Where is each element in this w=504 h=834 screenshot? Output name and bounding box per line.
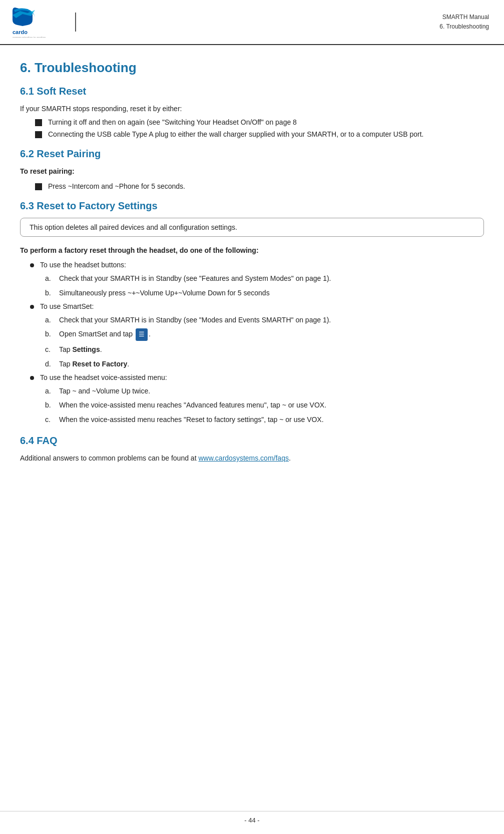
svg-text:cardo: cardo <box>13 29 28 35</box>
section63-title: 6.3 Reset to Factory Settings <box>20 200 484 212</box>
section61-bullet1-text: Turning it off and then on again (see "S… <box>48 118 297 126</box>
section63-notice-box: This option deletes all paired devices a… <box>20 218 484 237</box>
section63-bullet3-sublist: a. Tap ~ and ~Volume Up twice. b. When t… <box>45 385 484 425</box>
section62-bullet1: Press ~Intercom and ~Phone for 5 seconds… <box>35 182 484 190</box>
sub-item-2a-key: a. <box>45 314 59 325</box>
sub-item-2c-key: c. <box>45 344 59 355</box>
sub-item-2b-key: b. <box>45 328 59 341</box>
page-header: cardo communication in motion SMARTH Man… <box>0 0 504 45</box>
bullet-square-icon <box>35 183 42 190</box>
sub-item-1b-key: b. <box>45 287 59 298</box>
section62-title: 6.2 Reset Pairing <box>20 148 484 160</box>
sub-item-2a: a. Check that your SMARTH is in Standby … <box>45 314 484 325</box>
sub-item-3a: a. Tap ~ and ~Volume Up twice. <box>45 385 484 396</box>
page-number: - 44 - <box>244 816 259 824</box>
sub-item-1a-text: Check that your SMARTH is in Standby (se… <box>59 273 331 284</box>
sub-item-3a-text: Tap ~ and ~Volume Up twice. <box>59 385 150 396</box>
section64-faq-link[interactable]: www.cardosystems.com/faqs <box>198 454 289 462</box>
page-content: 6. Troubleshooting 6.1 Soft Reset If you… <box>0 55 504 498</box>
section63-bullet1-sublist: a. Check that your SMARTH is in Standby … <box>45 273 484 298</box>
section63-bullet1: To use the headset buttons: <box>30 261 484 269</box>
section62-instruction-label: To reset pairing: <box>20 166 484 177</box>
sub-item-2a-text: Check that your SMARTH is in Standby (se… <box>59 314 331 325</box>
header-manual-title: SMARTH Manual <box>84 13 489 22</box>
header-chapter-ref: 6. Troubleshooting <box>84 22 489 32</box>
section61-bullet1: Turning it off and then on again (see "S… <box>35 118 484 126</box>
bullet-dot-icon <box>30 263 34 267</box>
sub-item-2b: b. Open SmartSet and tap ☰. <box>45 328 484 341</box>
sub-item-3b-key: b. <box>45 399 59 410</box>
sub-item-2d: d. Tap Reset to Factory. <box>45 358 484 369</box>
bullet-dot-icon <box>30 376 34 380</box>
page-footer: - 44 - <box>0 811 504 824</box>
bullet-square-icon <box>35 131 42 138</box>
section63-instruction-label: To perform a factory reset through the h… <box>20 245 484 256</box>
section64-intro-before: Additional answers to common problems ca… <box>20 454 198 462</box>
chapter6-title: 6. Troubleshooting <box>20 60 484 76</box>
logo: cardo communication in motion <box>10 5 70 39</box>
smartset-menu-icon: ☰ <box>136 328 148 341</box>
section64-intro-after: . <box>289 454 291 462</box>
bullet-square-icon <box>35 119 42 126</box>
sub-item-3c-key: c. <box>45 414 59 425</box>
section63-bullet1-label: To use the headset buttons: <box>40 261 126 269</box>
sub-item-1a-key: a. <box>45 273 59 284</box>
section61-intro: If your SMARTH stops responding, reset i… <box>20 103 484 114</box>
sub-item-3a-key: a. <box>45 385 59 396</box>
sub-item-3c-text: When the voice-assisted menu reaches "Re… <box>59 414 324 425</box>
section63-bullet3-label: To use the headset voice-assisted menu: <box>40 373 167 381</box>
header-title-area: SMARTH Manual 6. Troubleshooting <box>84 13 489 32</box>
sub-item-2d-key: d. <box>45 358 59 369</box>
section63-bullet3: To use the headset voice-assisted menu: <box>30 373 484 381</box>
sub-item-2c: c. Tap Settings. <box>45 344 484 355</box>
section62-bullet1-text: Press ~Intercom and ~Phone for 5 seconds… <box>48 182 185 190</box>
sub-item-1b-text: Simultaneously press ~+~Volume Up+~Volum… <box>59 287 270 298</box>
sub-item-2c-text: Tap Settings. <box>59 344 102 355</box>
sub-item-3c: c. When the voice-assisted menu reaches … <box>45 414 484 425</box>
sub-item-1a: a. Check that your SMARTH is in Standby … <box>45 273 484 284</box>
svg-text:communication in motion: communication in motion <box>13 36 46 38</box>
sub-item-3b: b. When the voice-assisted menu reaches … <box>45 399 484 410</box>
sub-item-1b: b. Simultaneously press ~+~Volume Up+~Vo… <box>45 287 484 298</box>
section63-notice-text: This option deletes all paired devices a… <box>30 223 237 231</box>
section61-bullet2-text: Connecting the USB cable Type A plug to … <box>48 130 423 138</box>
section61-title: 6.1 Soft Reset <box>20 86 484 97</box>
sub-item-2b-text: Open SmartSet and tap ☰. <box>59 328 151 341</box>
section63-bullet2-sublist: a. Check that your SMARTH is in Standby … <box>45 314 484 369</box>
section64-intro: Additional answers to common problems ca… <box>20 453 484 464</box>
sub-item-2d-text: Tap Reset to Factory. <box>59 358 129 369</box>
section63-bullet2-label: To use SmartSet: <box>40 302 94 310</box>
section63-bullet2: To use SmartSet: <box>30 302 484 310</box>
section61-bullet2: Connecting the USB cable Type A plug to … <box>35 130 484 138</box>
section64-title: 6.4 FAQ <box>20 435 484 447</box>
sub-item-3b-text: When the voice-assisted menu reaches "Ad… <box>59 399 326 410</box>
cardo-logo-svg: cardo communication in motion <box>10 5 70 38</box>
bullet-dot-icon <box>30 305 34 309</box>
